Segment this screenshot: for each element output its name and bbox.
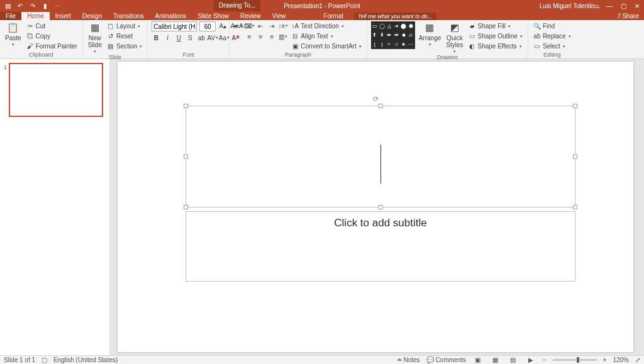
strike-button[interactable]: S — [186, 33, 194, 42]
notes-button[interactable]: ≐ Notes — [397, 356, 420, 363]
text-direction-button[interactable]: ↕AText Direction — [290, 21, 362, 31]
tell-me-input[interactable]: Tell me what you want to do... — [354, 13, 436, 20]
underline-button[interactable]: U — [174, 33, 183, 42]
reset-button[interactable]: ↺Reset — [106, 31, 143, 41]
shape-fill-button[interactable]: ▰Shape Fill — [467, 21, 524, 31]
quick-styles-button[interactable]: ◩Quick Styles — [445, 21, 464, 54]
tab-transitions[interactable]: Transitions — [108, 12, 150, 20]
tab-home[interactable]: Home — [21, 12, 50, 20]
tab-design[interactable]: Design — [77, 12, 108, 20]
comments-button[interactable]: 💬 Comments — [426, 356, 466, 363]
ribbon-tabs: File Home Insert Design Transitions Anim… — [0, 11, 644, 20]
new-slide-button[interactable]: ▦New Slide — [87, 21, 103, 54]
language-status[interactable]: English (United States) — [53, 356, 118, 363]
section-button[interactable]: ▤Section — [106, 41, 143, 51]
align-left-button[interactable]: ≡ — [233, 32, 242, 41]
shape-fill-icon: ▰ — [469, 23, 476, 30]
slideshow-view-button[interactable]: ▶ — [525, 356, 536, 363]
resize-handle[interactable] — [379, 104, 383, 108]
group-label-editing: Editing — [532, 52, 572, 58]
text-direction-icon: ↕A — [291, 23, 299, 30]
smartart-button[interactable]: ▣Convert to SmartArt — [290, 41, 362, 51]
shapes-gallery[interactable]: ▭◯△➔⬤⬣ ⬆⬇⬅➡◆▱ {}✧☆★⋯ — [371, 21, 415, 49]
slide-canvas-area[interactable]: ⟳ Click to add subtitle — [110, 59, 644, 355]
grow-font-button[interactable]: A▴ — [218, 21, 227, 30]
resize-handle[interactable] — [184, 155, 188, 159]
group-label-clipboard: Clipboard — [4, 52, 79, 58]
layout-button[interactable]: ▢Layout — [106, 21, 143, 31]
ribbon-options-icon[interactable]: ▭ — [589, 3, 602, 9]
resize-handle[interactable] — [379, 205, 383, 209]
tab-insert[interactable]: Insert — [50, 12, 77, 20]
zoom-level[interactable]: 120% — [613, 356, 629, 363]
redo-icon[interactable]: ↷ — [29, 3, 36, 9]
group-paragraph: •≡ 1≡ ⇤ ⇥ ↕≡ ≡ ≡ ≡ ≡ ▥ ↕AText Direction … — [230, 20, 367, 58]
close-icon[interactable]: ✕ — [630, 3, 644, 9]
fit-to-window-button[interactable]: ⤢ — [635, 356, 640, 363]
paste-button[interactable]: 📋Paste — [4, 21, 23, 47]
resize-handle[interactable] — [184, 205, 188, 209]
change-case-button[interactable]: Aa — [219, 33, 228, 42]
cut-button[interactable]: ✂Cut — [25, 21, 79, 31]
share-button[interactable]: ⤴ Share — [613, 12, 644, 20]
resize-handle[interactable] — [573, 104, 577, 108]
tab-review[interactable]: Review — [235, 12, 267, 20]
title-placeholder[interactable] — [186, 106, 575, 207]
tab-slideshow[interactable]: Slide Show — [192, 12, 235, 20]
arrange-icon: ▦ — [423, 21, 436, 34]
shape-effects-button[interactable]: ◐Shape Effects — [467, 41, 524, 51]
line-spacing-button[interactable]: ↕≡ — [279, 21, 287, 30]
format-painter-button[interactable]: 🖌Format Painter — [25, 41, 79, 51]
shadow-button[interactable]: ab — [197, 33, 206, 42]
ribbon: 📋Paste ✂Cut ⿻Copy 🖌Format Painter Clipbo… — [0, 20, 644, 59]
slide-thumbnail-pane[interactable]: 1 — [0, 59, 110, 355]
columns-button[interactable]: ▥ — [279, 32, 287, 41]
zoom-out-button[interactable]: − — [543, 356, 547, 363]
rotate-handle-icon[interactable]: ⟳ — [373, 95, 379, 103]
justify-button[interactable]: ≡ — [267, 32, 276, 41]
bold-button[interactable]: B — [152, 33, 160, 42]
maximize-icon[interactable]: ▢ — [616, 3, 630, 9]
subtitle-placeholder[interactable]: Click to add subtitle — [186, 211, 575, 282]
spell-check-icon[interactable]: ▢ — [42, 356, 47, 363]
tab-format[interactable]: Format — [318, 12, 349, 20]
copy-button[interactable]: ⿻Copy — [25, 31, 79, 41]
normal-view-button[interactable]: ▣ — [472, 356, 484, 363]
slide-thumbnail-1[interactable]: 1 — [9, 63, 103, 117]
sorter-view-button[interactable]: ▦ — [490, 356, 501, 363]
text-cursor — [380, 145, 381, 184]
save-icon[interactable]: ▤ — [4, 3, 11, 9]
zoom-slider[interactable] — [553, 359, 597, 361]
resize-handle[interactable] — [573, 155, 577, 159]
char-spacing-button[interactable]: AV — [208, 33, 217, 42]
numbering-button[interactable]: 1≡ — [245, 21, 253, 30]
slide[interactable]: ⟳ Click to add subtitle — [118, 62, 633, 352]
resize-handle[interactable] — [573, 205, 577, 209]
align-center-button[interactable]: ≡ — [245, 32, 253, 41]
slide-counter[interactable]: Slide 1 of 1 — [4, 356, 35, 363]
start-slideshow-icon[interactable]: ▮ — [42, 3, 49, 9]
shape-outline-button[interactable]: ▭Shape Outline — [467, 31, 524, 41]
select-button[interactable]: ▭Select — [532, 41, 572, 51]
replace-button[interactable]: abReplace — [532, 31, 572, 41]
zoom-in-button[interactable]: + — [603, 356, 607, 363]
tab-animations[interactable]: Animations — [150, 12, 192, 20]
qat-more-icon[interactable]: ⋯ — [54, 3, 62, 9]
increase-indent-button[interactable]: ⇥ — [267, 21, 276, 30]
italic-button[interactable]: I — [163, 33, 172, 42]
reading-view-button[interactable]: ▤ — [508, 356, 519, 363]
align-right-button[interactable]: ≡ — [256, 32, 265, 41]
undo-icon[interactable]: ↶ — [16, 3, 24, 9]
reset-icon: ↺ — [107, 33, 114, 40]
font-size-input[interactable] — [199, 21, 216, 31]
tab-view[interactable]: View — [267, 12, 292, 20]
find-button[interactable]: 🔍Find — [532, 21, 572, 31]
font-name-input[interactable] — [152, 21, 197, 31]
decrease-indent-button[interactable]: ⇤ — [256, 21, 265, 30]
resize-handle[interactable] — [184, 104, 188, 108]
align-text-button[interactable]: ⊟Align Text — [290, 31, 362, 41]
tab-file[interactable]: File — [0, 12, 21, 20]
minimize-icon[interactable]: — — [602, 3, 616, 9]
arrange-button[interactable]: ▦Arrange — [418, 21, 443, 47]
bullets-button[interactable]: •≡ — [233, 21, 242, 30]
